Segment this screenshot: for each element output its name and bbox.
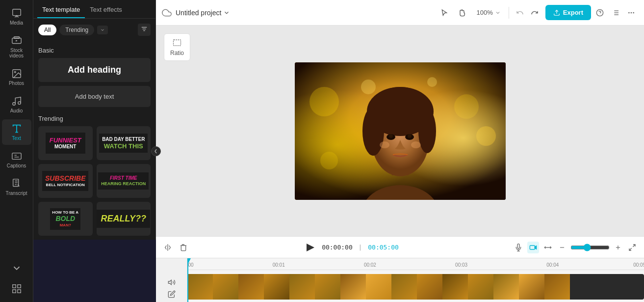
svg-rect-30 xyxy=(174,40,181,46)
sidebar-item-captions[interactable]: Captions xyxy=(2,147,31,172)
tab-text-effects[interactable]: Text effects xyxy=(85,0,127,18)
undo-btn[interactable] xyxy=(513,6,527,20)
timeline-delete-btn[interactable] xyxy=(178,242,189,253)
time-total-value: 00:05:00 xyxy=(368,244,399,251)
ruler-mark-1: 00:01 xyxy=(273,262,285,268)
filter-all-btn[interactable]: All xyxy=(38,25,56,35)
sidebar-item-more[interactable] xyxy=(2,259,31,277)
fit-btn[interactable] xyxy=(542,242,554,253)
fullscreen-icon xyxy=(628,244,636,251)
list-icon xyxy=(612,9,619,17)
project-name[interactable]: Untitled project xyxy=(176,9,230,17)
sidebar-label-stock: Stock videos xyxy=(4,48,29,58)
svg-marker-4 xyxy=(16,40,18,42)
section-trending-title: Trending xyxy=(38,115,151,122)
topbar: Untitled project 100% xyxy=(156,0,644,26)
help-btn[interactable] xyxy=(593,6,607,20)
time-current-value: 00:00:00 xyxy=(322,244,353,251)
add-heading-btn[interactable]: Add heading xyxy=(38,58,151,82)
template-card-boldman[interactable]: HOW TO BE A BOLD MAN? xyxy=(38,202,93,236)
photos-icon xyxy=(11,68,22,79)
timeline-bar: 00:00:00 | 00:05:00 xyxy=(156,236,644,258)
pointer-tool-btn[interactable] xyxy=(438,6,451,20)
help-icon xyxy=(596,9,604,17)
zoom-chevron-icon xyxy=(495,10,501,16)
fullscreen-btn[interactable] xyxy=(626,242,638,253)
svg-point-8 xyxy=(18,102,21,105)
sidebar-item-audio[interactable]: Audio xyxy=(2,92,31,117)
sidebar-item-media[interactable]: Media xyxy=(2,4,31,29)
template-card-subscribe[interactable]: SUBSCRIBE BELL NOTIFICATION xyxy=(38,164,93,198)
list-btn[interactable] xyxy=(609,6,622,20)
sidebar-item-text[interactable]: Text xyxy=(2,119,31,145)
sidebar-item-templates[interactable] xyxy=(2,279,31,298)
timeline-split-btn[interactable] xyxy=(162,242,174,253)
main-area: Untitled project 100% xyxy=(156,0,644,302)
fit-icon xyxy=(544,244,552,251)
redo-btn[interactable] xyxy=(528,6,541,20)
volume-icon xyxy=(168,278,176,286)
panel-tabs: Text template Text effects xyxy=(33,0,155,19)
microphone-btn[interactable] xyxy=(513,242,524,253)
svg-rect-12 xyxy=(17,285,20,288)
stock-icon xyxy=(11,35,22,46)
template-card-funniest[interactable]: FUNNIEST MOMENT xyxy=(38,126,93,160)
split-icon xyxy=(164,244,172,251)
panel-wrapper: Text template Text effects All Trending xyxy=(33,0,156,302)
panel-content: Basic Add heading Add body text Trending… xyxy=(33,41,155,240)
ruler-mark-4: 00:04 xyxy=(546,262,559,268)
sidebar-label-transcript: Transcript xyxy=(5,191,27,196)
edit-icon xyxy=(168,290,176,298)
timeline-playhead[interactable] xyxy=(187,258,188,302)
cloud-icon xyxy=(162,8,172,18)
template-card-firsttime[interactable]: FIRST TIME HEARING REACTION xyxy=(97,164,151,198)
sidebar-item-stock-videos[interactable]: Stock videos xyxy=(2,31,31,62)
undo-redo-controls xyxy=(513,6,541,20)
svg-rect-56 xyxy=(530,246,535,249)
export-btn[interactable]: Export xyxy=(545,5,591,20)
plus-icon xyxy=(615,244,621,251)
svg-point-49 xyxy=(389,134,393,138)
template-card-badday[interactable]: BAD DAY BETTER WATCH THIS xyxy=(97,126,151,160)
filter-icon xyxy=(141,26,148,32)
zoom-out-btn[interactable] xyxy=(557,242,567,253)
svg-point-46 xyxy=(373,87,427,121)
video-thumbnails xyxy=(187,274,570,300)
add-body-btn[interactable]: Add body text xyxy=(38,86,151,107)
ratio-icon xyxy=(172,38,182,48)
filter-options-btn[interactable] xyxy=(138,24,151,36)
svg-rect-13 xyxy=(12,290,15,293)
filter-dropdown[interactable] xyxy=(97,26,108,34)
play-btn[interactable] xyxy=(303,240,318,255)
svg-point-51 xyxy=(380,141,389,148)
canvas-photo-svg xyxy=(295,62,506,200)
video-track[interactable] xyxy=(187,274,644,300)
sidebar-label-photos: Photos xyxy=(9,81,24,86)
more-btn[interactable] xyxy=(624,6,638,20)
sidebar-label-audio: Audio xyxy=(10,108,23,113)
pointer-icon xyxy=(440,9,448,17)
template-card-really[interactable]: REALLY?? xyxy=(97,202,151,236)
tab-text-template[interactable]: Text template xyxy=(37,0,85,18)
project-dropdown-icon xyxy=(223,9,230,16)
camera-record-btn[interactable] xyxy=(527,242,539,253)
project-name-label: Untitled project xyxy=(176,9,221,17)
text-panel: Text template Text effects All Trending xyxy=(33,0,156,240)
sidebar-item-photos[interactable]: Photos xyxy=(2,64,31,90)
sidebar-item-transcript[interactable]: Transcript xyxy=(2,174,31,200)
track-edit-btn[interactable] xyxy=(168,290,176,298)
ratio-btn[interactable]: Ratio xyxy=(164,33,190,61)
timeline-zoom-slider[interactable] xyxy=(570,244,610,251)
hand-icon xyxy=(458,9,466,17)
zoom-selector[interactable]: 100% xyxy=(473,7,505,18)
camera-icon xyxy=(529,244,537,251)
panel-collapse-btn[interactable] xyxy=(151,146,161,156)
svg-point-45 xyxy=(418,109,436,153)
svg-point-29 xyxy=(633,12,634,13)
hand-tool-btn[interactable] xyxy=(455,6,469,20)
svg-point-52 xyxy=(411,141,421,148)
zoom-in-btn[interactable] xyxy=(613,242,623,253)
filter-trending-btn[interactable]: Trending xyxy=(59,25,94,35)
text-icon xyxy=(11,123,22,134)
track-volume-btn[interactable] xyxy=(168,278,176,286)
